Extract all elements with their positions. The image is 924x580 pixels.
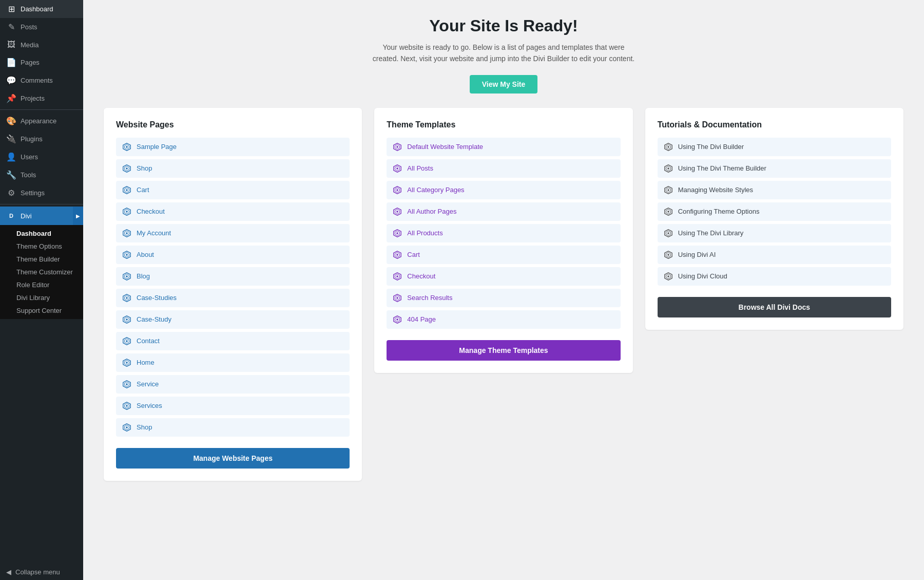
svg-point-14 xyxy=(126,232,128,234)
sidebar-item-label: Settings xyxy=(21,189,45,197)
tools-icon: 🔧 xyxy=(6,170,16,180)
website-pages-heading: Website Pages xyxy=(116,120,350,129)
sidebar-item-projects[interactable]: 📌 Projects xyxy=(0,89,83,107)
list-item[interactable]: Configuring Theme Options xyxy=(658,202,891,221)
submenu-item-theme-options[interactable]: Theme Options xyxy=(0,240,83,253)
sidebar-item-pages[interactable]: 📄 Pages xyxy=(0,53,83,71)
list-item[interactable]: Shop xyxy=(116,418,350,437)
sidebar-item-label: Media xyxy=(21,41,38,49)
settings-icon: ⚙ xyxy=(6,188,16,198)
list-item[interactable]: Blog xyxy=(116,267,350,286)
list-item[interactable]: All Posts xyxy=(387,159,620,178)
submenu-item-theme-builder[interactable]: Theme Builder xyxy=(0,253,83,266)
sidebar-item-label: Pages xyxy=(21,59,40,66)
list-item[interactable]: Checkout xyxy=(387,267,620,286)
list-item[interactable]: Contact xyxy=(116,332,350,350)
website-pages-card: Website Pages Sample Page Shop Cart Chec… xyxy=(104,108,362,481)
browse-all-docs-button[interactable]: Browse All Divi Docs xyxy=(658,297,891,317)
svg-point-41 xyxy=(126,426,128,428)
svg-point-32 xyxy=(126,362,128,364)
svg-point-77 xyxy=(667,189,669,191)
collapse-menu-button[interactable]: ◀ Collapse menu xyxy=(0,564,83,580)
collapse-icon: ◀ xyxy=(6,568,11,576)
list-item[interactable]: All Author Pages xyxy=(387,202,620,221)
sidebar-item-users[interactable]: 👤 Users xyxy=(0,148,83,166)
list-item[interactable]: Using The Divi Library xyxy=(658,224,891,242)
svg-point-5 xyxy=(126,167,128,170)
svg-point-89 xyxy=(667,275,669,277)
submenu-item-support-center[interactable]: Support Center xyxy=(0,304,83,317)
list-item[interactable]: Managing Website Styles xyxy=(658,181,891,199)
list-item[interactable]: Sample Page xyxy=(116,138,350,156)
list-item[interactable]: Using The Divi Builder xyxy=(658,138,891,156)
tutorials-heading: Tutorials & Documentation xyxy=(658,120,891,129)
theme-templates-list: Default Website Template All Posts All C… xyxy=(387,138,620,329)
sidebar-item-settings[interactable]: ⚙ Settings xyxy=(0,184,83,202)
comments-icon: 💬 xyxy=(6,76,16,85)
list-item[interactable]: Default Website Template xyxy=(387,138,620,156)
list-item[interactable]: Services xyxy=(116,397,350,415)
submenu-item-role-editor[interactable]: Role Editor xyxy=(0,278,83,291)
collapse-label: Collapse menu xyxy=(15,568,60,576)
submenu-item-dashboard[interactable]: Dashboard xyxy=(0,227,83,240)
sidebar-item-posts[interactable]: ✎ Posts xyxy=(0,18,83,36)
manage-theme-templates-button[interactable]: Manage Theme Templates xyxy=(387,340,620,361)
menu-items: ⊞ Dashboard ✎ Posts 🖼 Media 📄 Pages 💬 Co… xyxy=(0,0,83,319)
projects-icon: 📌 xyxy=(6,93,16,103)
dashboard-icon: ⊞ xyxy=(6,4,16,14)
list-item[interactable]: Case-Studies xyxy=(116,289,350,307)
sidebar-item-label: Comments xyxy=(21,77,53,84)
list-item[interactable]: All Products xyxy=(387,224,620,242)
list-item[interactable]: Cart xyxy=(387,246,620,264)
tutorials-card: Tutorials & Documentation Using The Divi… xyxy=(645,108,903,330)
svg-point-62 xyxy=(397,275,399,277)
list-item[interactable]: Checkout xyxy=(116,202,350,221)
divi-label: Divi xyxy=(21,212,32,220)
list-item[interactable]: Cart xyxy=(116,181,350,199)
list-item[interactable]: About xyxy=(116,246,350,264)
sidebar-item-plugins[interactable]: 🔌 Plugins xyxy=(0,130,83,148)
sidebar-item-appearance[interactable]: 🎨 Appearance xyxy=(0,112,83,130)
svg-point-35 xyxy=(126,383,128,385)
sidebar-item-comments[interactable]: 💬 Comments xyxy=(0,71,83,89)
svg-point-17 xyxy=(126,254,128,256)
svg-point-83 xyxy=(667,232,669,234)
list-item[interactable]: Service xyxy=(116,375,350,394)
submenu-item-divi-library[interactable]: Divi Library xyxy=(0,291,83,304)
view-site-button[interactable]: View My Site xyxy=(470,75,538,93)
list-item[interactable]: Case-Study xyxy=(116,310,350,329)
list-item[interactable]: Using Divi AI xyxy=(658,246,891,264)
sidebar-item-label: Plugins xyxy=(21,135,43,143)
theme-templates-heading: Theme Templates xyxy=(387,120,620,129)
divi-logo-icon: D xyxy=(6,211,16,221)
cards-row: Website Pages Sample Page Shop Cart Chec… xyxy=(104,108,903,481)
svg-point-23 xyxy=(126,297,128,299)
svg-point-2 xyxy=(126,146,128,148)
sidebar-item-tools[interactable]: 🔧 Tools xyxy=(0,166,83,184)
sidebar-item-dashboard[interactable]: ⊞ Dashboard xyxy=(0,0,83,18)
sidebar-item-label: Dashboard xyxy=(21,5,53,13)
svg-point-38 xyxy=(126,405,128,407)
manage-website-pages-button[interactable]: Manage Website Pages xyxy=(116,448,350,469)
svg-point-26 xyxy=(126,319,128,321)
divi-submenu: Dashboard Theme Options Theme Builder Th… xyxy=(0,225,83,319)
svg-point-8 xyxy=(126,189,128,191)
list-item[interactable]: 404 Page xyxy=(387,310,620,329)
pages-icon: 📄 xyxy=(6,58,16,67)
list-item[interactable]: All Category Pages xyxy=(387,181,620,199)
media-icon: 🖼 xyxy=(6,40,16,49)
svg-point-65 xyxy=(397,297,399,299)
list-item[interactable]: Search Results xyxy=(387,289,620,307)
list-item[interactable]: Home xyxy=(116,353,350,372)
list-item[interactable]: My Account xyxy=(116,224,350,242)
svg-point-53 xyxy=(397,211,399,213)
sidebar-item-media[interactable]: 🖼 Media xyxy=(0,36,83,53)
theme-templates-card: Theme Templates Default Website Template… xyxy=(374,108,632,373)
svg-point-44 xyxy=(397,146,399,148)
sidebar-item-divi[interactable]: D Divi ▶ xyxy=(0,207,83,225)
submenu-item-theme-customizer[interactable]: Theme Customizer xyxy=(0,266,83,278)
divider-1 xyxy=(0,109,83,110)
list-item[interactable]: Shop xyxy=(116,159,350,178)
list-item[interactable]: Using The Divi Theme Builder xyxy=(658,159,891,178)
list-item[interactable]: Using Divi Cloud xyxy=(658,267,891,286)
